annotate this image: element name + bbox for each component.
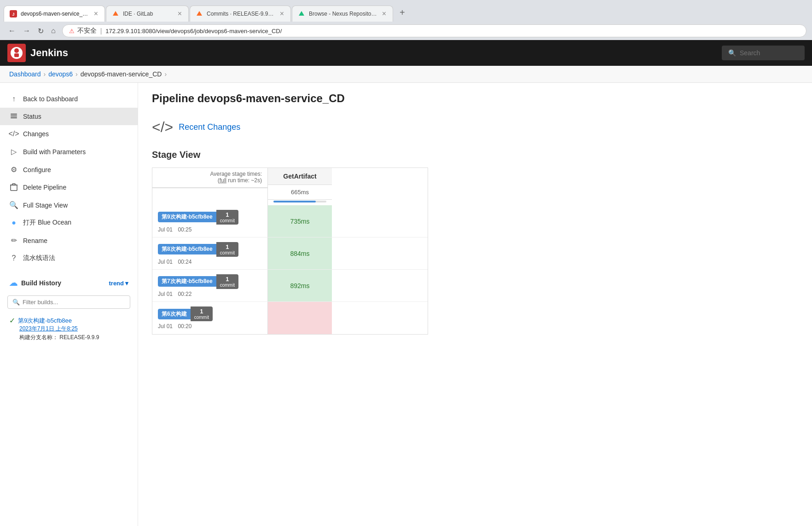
filter-search-icon: 🔍 xyxy=(12,299,20,306)
build-datetime-1: Jul 01 00:25 xyxy=(158,226,262,233)
sidebar-item-changes[interactable]: </> Changes xyxy=(0,125,138,143)
commit-num-3: 1 xyxy=(226,276,229,283)
filter-builds-input[interactable] xyxy=(23,299,125,306)
sidebar-label-delete-pipeline: Delete Pipeline xyxy=(23,184,66,191)
sidebar-item-status[interactable]: Status xyxy=(0,108,138,125)
build-item-label: 第9次构建-b5cfb8ee xyxy=(18,317,72,325)
stage-time-cell-4 xyxy=(267,302,332,334)
build-branch: 构建分支名称： RELEASE-9.9.9 xyxy=(19,334,128,341)
url-bar[interactable]: ⚠ 不安全 | 172.29.9.101:8080/view/devops6/j… xyxy=(62,24,806,37)
build-tag-row-1: 第9次构建-b5cfb8ee 1 commit xyxy=(158,210,262,225)
commit-badge-1[interactable]: 1 commit xyxy=(216,210,238,225)
svg-rect-7 xyxy=(14,53,19,57)
tab-commits-close-icon[interactable]: × xyxy=(279,10,285,18)
stage-col-getartifact: GetArtifact 665ms xyxy=(267,168,332,205)
build-meta: 2023年7月1日 上午8:25 构建分支名称： RELEASE-9.9.9 xyxy=(9,325,128,341)
tab-commits-title: Commits · RELEASE-9.9.9 · dev xyxy=(207,11,275,17)
build-history-item[interactable]: ✓ 第9次构建-b5cfb8ee 2023年7月1日 上午8:25 构建分支名称… xyxy=(0,312,138,345)
build-success-icon: ✓ xyxy=(9,316,15,325)
tab-gitlab[interactable]: IDE · GitLab × xyxy=(106,6,189,22)
nexus-favicon-icon xyxy=(298,10,305,17)
sidebar-item-full-stage-view[interactable]: 🔍 Full Stage View xyxy=(0,196,138,214)
progress-bar-fill xyxy=(273,201,316,202)
nav-buttons: ← → ↻ ⌂ xyxy=(6,25,58,37)
sidebar: ↑ Back to Dashboard Status </> Changes ▷… xyxy=(0,83,138,526)
trend-label: trend xyxy=(109,280,124,287)
sidebar-item-delete-pipeline[interactable]: Delete Pipeline xyxy=(0,179,138,196)
breadcrumb-sep-1: › xyxy=(44,70,46,78)
filter-builds-box[interactable]: 🔍 xyxy=(7,295,130,309)
security-warning-icon: ⚠ xyxy=(69,28,75,35)
jenkins-title: Jenkins xyxy=(30,47,68,59)
reload-button[interactable]: ↻ xyxy=(35,25,46,37)
trend-chevron-icon: ▾ xyxy=(125,280,128,287)
build-info-cell-1: 第9次构建-b5cfb8ee 1 commit Jul 01 00:25 xyxy=(152,205,267,237)
commit-label-4: commit xyxy=(194,315,209,320)
jenkins-logo[interactable]: Jenkins xyxy=(7,44,68,62)
sidebar-item-pipeline-syntax[interactable]: ? 流水线语法 xyxy=(0,249,138,267)
sidebar-item-build-params[interactable]: ▷ Build with Parameters xyxy=(0,143,138,161)
full-link[interactable]: full xyxy=(220,177,226,184)
build-date-3: Jul 01 xyxy=(158,291,173,297)
tab-nexus-close-icon[interactable]: × xyxy=(381,10,387,18)
sidebar-item-configure[interactable]: ⚙ Configure xyxy=(0,161,138,179)
svg-rect-11 xyxy=(11,185,17,191)
forward-button[interactable]: → xyxy=(20,25,33,37)
tab-jenkins[interactable]: J devops6-maven-service_CD [ × xyxy=(4,6,105,22)
build-date-2: Jul 01 xyxy=(158,259,173,265)
search-box[interactable]: 🔍 xyxy=(722,46,805,60)
back-button[interactable]: ← xyxy=(6,25,18,37)
svg-marker-2 xyxy=(113,11,118,16)
build-time-4: 00:20 xyxy=(178,323,191,329)
sidebar-item-blue-ocean[interactable]: ● 打开 Blue Ocean xyxy=(0,214,138,231)
stage-time-cell-2: 884ms xyxy=(267,237,332,269)
url-security-label: 不安全 xyxy=(77,27,97,35)
search-input[interactable] xyxy=(740,49,804,57)
sidebar-label-rename: Rename xyxy=(23,237,47,244)
build-datetime-2: Jul 01 00:24 xyxy=(158,259,262,265)
svg-marker-3 xyxy=(197,11,202,16)
blue-ocean-icon: ● xyxy=(9,219,18,227)
sidebar-item-back-dashboard[interactable]: ↑ Back to Dashboard xyxy=(0,90,138,108)
recent-changes-link[interactable]: Recent Changes xyxy=(179,122,240,132)
sidebar-item-rename[interactable]: ✏ Rename xyxy=(0,231,138,249)
new-tab-button[interactable]: + xyxy=(394,4,411,22)
build-tag-1[interactable]: 第9次构建-b5cfb8ee xyxy=(158,212,216,222)
build-date[interactable]: 2023年7月1日 上午8:25 xyxy=(19,325,78,332)
build-time-2: 00:24 xyxy=(178,259,191,265)
stage-header-row: Average stage times: (full run time: ~2s… xyxy=(152,168,428,205)
gear-icon: ⚙ xyxy=(9,165,18,174)
tab-nexus[interactable]: Browse - Nexus Repository M... × xyxy=(292,6,393,22)
build-tag-4[interactable]: 第6次构建 xyxy=(158,309,191,319)
build-datetime-3: Jul 01 00:22 xyxy=(158,291,262,297)
home-button[interactable]: ⌂ xyxy=(48,25,58,37)
sidebar-label-blue-ocean: 打开 Blue Ocean xyxy=(23,219,71,227)
tab-jenkins-close-icon[interactable]: × xyxy=(93,10,99,18)
build-history-header: ☁ Build History trend ▾ xyxy=(0,274,138,292)
svg-rect-10 xyxy=(11,117,17,118)
jenkins-logo-icon xyxy=(7,44,26,62)
sidebar-label-changes: Changes xyxy=(23,130,49,138)
svg-point-6 xyxy=(14,48,19,53)
sidebar-label-full-stage-view: Full Stage View xyxy=(23,202,68,209)
svg-marker-4 xyxy=(299,11,304,16)
breadcrumb-dashboard[interactable]: Dashboard xyxy=(9,70,41,78)
build-tag-2[interactable]: 第8次构建-b5cfb8ee xyxy=(158,244,216,254)
tab-gitlab-close-icon[interactable]: × xyxy=(177,10,183,18)
avg-times-label: Average stage times: xyxy=(210,171,262,177)
build-datetime-4: Jul 01 00:20 xyxy=(158,323,262,329)
trend-link[interactable]: trend ▾ xyxy=(109,280,129,287)
build-tag-3[interactable]: 第7次构建-b5cfb8ee xyxy=(158,276,216,287)
breadcrumb-devops6[interactable]: devops6 xyxy=(48,70,73,78)
gitlab-favicon-icon xyxy=(112,10,119,17)
tab-bar: J devops6-maven-service_CD [ × IDE · Git… xyxy=(0,0,812,22)
search-icon: 🔍 xyxy=(728,49,736,57)
tab-commits[interactable]: Commits · RELEASE-9.9.9 · dev × xyxy=(190,6,291,22)
content-area: Pipeline devops6-maven-service_CD </> Re… xyxy=(138,83,812,526)
progress-bar-container xyxy=(273,201,326,202)
main-layout: ↑ Back to Dashboard Status </> Changes ▷… xyxy=(0,83,812,526)
commit-badge-4[interactable]: 1 commit xyxy=(191,306,213,321)
url-separator: | xyxy=(100,27,102,35)
commit-badge-3[interactable]: 1 commit xyxy=(216,274,238,289)
commit-badge-2[interactable]: 1 commit xyxy=(216,242,238,257)
